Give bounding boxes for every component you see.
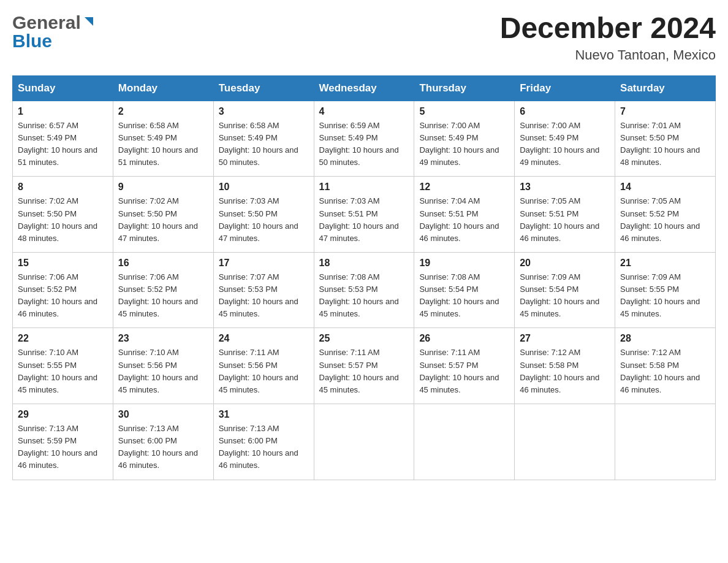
day-info: Sunrise: 7:06 AM Sunset: 5:52 PM Dayligh… [118, 271, 208, 321]
day-number: 21 [620, 258, 710, 269]
day-info: Sunrise: 7:08 AM Sunset: 5:53 PM Dayligh… [319, 271, 409, 321]
day-info: Sunrise: 7:09 AM Sunset: 5:55 PM Dayligh… [620, 271, 710, 321]
calendar-cell [615, 404, 716, 480]
day-info: Sunrise: 7:01 AM Sunset: 5:50 PM Dayligh… [620, 120, 710, 169]
title-section: December 2024 Nuevo Tantoan, Mexico [500, 12, 716, 63]
day-number: 5 [419, 106, 509, 117]
day-info: Sunrise: 7:05 AM Sunset: 5:52 PM Dayligh… [620, 195, 710, 245]
col-header-saturday: Saturday [615, 75, 716, 101]
calendar-cell: 16 Sunrise: 7:06 AM Sunset: 5:52 PM Dayl… [113, 252, 213, 328]
svg-marker-0 [85, 17, 93, 26]
col-header-tuesday: Tuesday [213, 75, 314, 101]
logo-arrow-icon [82, 15, 96, 31]
day-info: Sunrise: 7:00 AM Sunset: 5:49 PM Dayligh… [520, 120, 610, 169]
day-info: Sunrise: 7:08 AM Sunset: 5:54 PM Dayligh… [419, 271, 509, 321]
calendar-cell: 17 Sunrise: 7:07 AM Sunset: 5:53 PM Dayl… [213, 252, 314, 328]
calendar-cell: 3 Sunrise: 6:58 AM Sunset: 5:49 PM Dayli… [213, 101, 314, 177]
day-info: Sunrise: 6:57 AM Sunset: 5:49 PM Dayligh… [18, 120, 108, 169]
day-info: Sunrise: 7:02 AM Sunset: 5:50 PM Dayligh… [18, 195, 108, 245]
day-number: 28 [620, 333, 710, 344]
calendar-cell: 7 Sunrise: 7:01 AM Sunset: 5:50 PM Dayli… [615, 101, 716, 177]
calendar-table: SundayMondayTuesdayWednesdayThursdayFrid… [12, 75, 716, 480]
day-info: Sunrise: 7:12 AM Sunset: 5:58 PM Dayligh… [520, 347, 610, 396]
calendar-cell [314, 404, 414, 480]
day-number: 27 [520, 333, 610, 344]
day-number: 9 [118, 182, 208, 193]
day-number: 22 [18, 333, 108, 344]
calendar-cell: 24 Sunrise: 7:11 AM Sunset: 5:56 PM Dayl… [213, 328, 314, 404]
calendar-cell: 6 Sunrise: 7:00 AM Sunset: 5:49 PM Dayli… [515, 101, 615, 177]
calendar-cell: 2 Sunrise: 6:58 AM Sunset: 5:49 PM Dayli… [113, 101, 213, 177]
calendar-cell: 9 Sunrise: 7:02 AM Sunset: 5:50 PM Dayli… [113, 177, 213, 253]
day-number: 10 [219, 182, 309, 193]
calendar-cell: 30 Sunrise: 7:13 AM Sunset: 6:00 PM Dayl… [113, 404, 213, 480]
calendar-week-5: 29 Sunrise: 7:13 AM Sunset: 5:59 PM Dayl… [13, 404, 716, 480]
day-info: Sunrise: 7:06 AM Sunset: 5:52 PM Dayligh… [18, 271, 108, 321]
day-number: 26 [419, 333, 509, 344]
day-info: Sunrise: 7:11 AM Sunset: 5:57 PM Dayligh… [319, 347, 409, 396]
col-header-friday: Friday [515, 75, 615, 101]
day-number: 17 [219, 258, 309, 269]
day-info: Sunrise: 6:58 AM Sunset: 5:49 PM Dayligh… [219, 120, 309, 169]
day-number: 6 [520, 106, 610, 117]
day-info: Sunrise: 7:13 AM Sunset: 6:00 PM Dayligh… [219, 423, 309, 472]
day-number: 31 [219, 409, 309, 420]
calendar-cell: 5 Sunrise: 7:00 AM Sunset: 5:49 PM Dayli… [414, 101, 515, 177]
day-info: Sunrise: 7:04 AM Sunset: 5:51 PM Dayligh… [419, 195, 509, 245]
location-title: Nuevo Tantoan, Mexico [500, 47, 716, 63]
day-info: Sunrise: 7:13 AM Sunset: 5:59 PM Dayligh… [18, 423, 108, 472]
day-number: 2 [118, 106, 208, 117]
calendar-cell: 25 Sunrise: 7:11 AM Sunset: 5:57 PM Dayl… [314, 328, 414, 404]
calendar-cell: 10 Sunrise: 7:03 AM Sunset: 5:50 PM Dayl… [213, 177, 314, 253]
day-number: 8 [18, 182, 108, 193]
day-number: 18 [319, 258, 409, 269]
logo-blue-text: Blue [12, 31, 52, 52]
day-info: Sunrise: 7:00 AM Sunset: 5:49 PM Dayligh… [419, 120, 509, 169]
col-header-monday: Monday [113, 75, 213, 101]
day-info: Sunrise: 7:12 AM Sunset: 5:58 PM Dayligh… [620, 347, 710, 396]
calendar-cell [515, 404, 615, 480]
calendar-cell [414, 404, 515, 480]
calendar-cell: 28 Sunrise: 7:12 AM Sunset: 5:58 PM Dayl… [615, 328, 716, 404]
day-info: Sunrise: 7:13 AM Sunset: 6:00 PM Dayligh… [118, 423, 208, 472]
calendar-cell: 4 Sunrise: 6:59 AM Sunset: 5:49 PM Dayli… [314, 101, 414, 177]
day-info: Sunrise: 7:11 AM Sunset: 5:56 PM Dayligh… [219, 347, 309, 396]
logo: General Blue [12, 12, 96, 52]
day-info: Sunrise: 7:09 AM Sunset: 5:54 PM Dayligh… [520, 271, 610, 321]
calendar-week-1: 1 Sunrise: 6:57 AM Sunset: 5:49 PM Dayli… [13, 101, 716, 177]
day-number: 13 [520, 182, 610, 193]
calendar-cell: 1 Sunrise: 6:57 AM Sunset: 5:49 PM Dayli… [13, 101, 113, 177]
calendar-header-row: SundayMondayTuesdayWednesdayThursdayFrid… [13, 75, 716, 101]
calendar-cell: 14 Sunrise: 7:05 AM Sunset: 5:52 PM Dayl… [615, 177, 716, 253]
calendar-cell: 26 Sunrise: 7:11 AM Sunset: 5:57 PM Dayl… [414, 328, 515, 404]
calendar-cell: 21 Sunrise: 7:09 AM Sunset: 5:55 PM Dayl… [615, 252, 716, 328]
day-number: 4 [319, 106, 409, 117]
col-header-thursday: Thursday [414, 75, 515, 101]
calendar-cell: 29 Sunrise: 7:13 AM Sunset: 5:59 PM Dayl… [13, 404, 113, 480]
day-number: 23 [118, 333, 208, 344]
calendar-cell: 23 Sunrise: 7:10 AM Sunset: 5:56 PM Dayl… [113, 328, 213, 404]
day-number: 20 [520, 258, 610, 269]
calendar-week-3: 15 Sunrise: 7:06 AM Sunset: 5:52 PM Dayl… [13, 252, 716, 328]
day-info: Sunrise: 7:11 AM Sunset: 5:57 PM Dayligh… [419, 347, 509, 396]
day-number: 19 [419, 258, 509, 269]
month-title: December 2024 [500, 12, 716, 45]
calendar-cell: 13 Sunrise: 7:05 AM Sunset: 5:51 PM Dayl… [515, 177, 615, 253]
day-info: Sunrise: 7:10 AM Sunset: 5:56 PM Dayligh… [118, 347, 208, 396]
calendar-cell: 22 Sunrise: 7:10 AM Sunset: 5:55 PM Dayl… [13, 328, 113, 404]
day-number: 25 [319, 333, 409, 344]
day-number: 16 [118, 258, 208, 269]
calendar-cell: 11 Sunrise: 7:03 AM Sunset: 5:51 PM Dayl… [314, 177, 414, 253]
day-info: Sunrise: 7:03 AM Sunset: 5:51 PM Dayligh… [319, 195, 409, 245]
day-number: 3 [219, 106, 309, 117]
day-info: Sunrise: 6:58 AM Sunset: 5:49 PM Dayligh… [118, 120, 208, 169]
calendar-cell: 19 Sunrise: 7:08 AM Sunset: 5:54 PM Dayl… [414, 252, 515, 328]
day-number: 11 [319, 182, 409, 193]
calendar-cell: 31 Sunrise: 7:13 AM Sunset: 6:00 PM Dayl… [213, 404, 314, 480]
calendar-cell: 20 Sunrise: 7:09 AM Sunset: 5:54 PM Dayl… [515, 252, 615, 328]
day-number: 7 [620, 106, 710, 117]
day-number: 1 [18, 106, 108, 117]
col-header-wednesday: Wednesday [314, 75, 414, 101]
day-number: 14 [620, 182, 710, 193]
calendar-cell: 8 Sunrise: 7:02 AM Sunset: 5:50 PM Dayli… [13, 177, 113, 253]
